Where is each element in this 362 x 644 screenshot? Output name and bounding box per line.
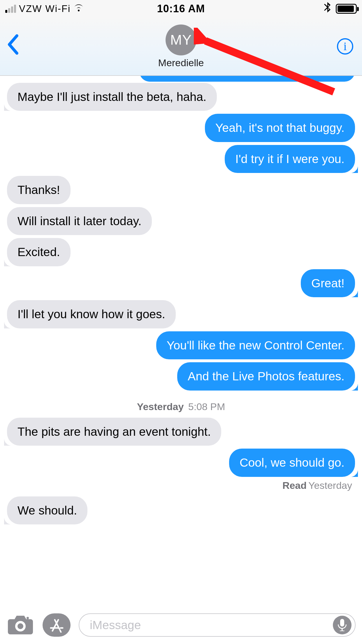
carrier-label: VZW Wi-Fi	[19, 3, 71, 14]
message-bubble-incoming[interactable]: The pits are having an event tonight.	[7, 418, 221, 446]
status-left: VZW Wi-Fi	[5, 3, 84, 14]
message-bubble-outgoing[interactable]: Yeah, it's not that buggy.	[205, 114, 355, 142]
avatar: MY	[166, 24, 196, 55]
message-row-incoming: Excited.	[7, 238, 355, 266]
read-receipt: ReadYesterday	[7, 480, 352, 491]
timestamp-divider: Yesterday 5:08 PM	[7, 401, 355, 412]
message-row-incoming: The pits are having an event tonight.	[7, 418, 355, 446]
contact-header[interactable]: MY Meredielle	[158, 24, 204, 69]
message-placeholder: iMessage	[90, 618, 333, 632]
back-button[interactable]	[6, 34, 19, 59]
timestamp-time: 5:08 PM	[188, 401, 225, 412]
message-row-outgoing: Great!	[7, 269, 355, 297]
bluetooth-icon	[324, 2, 331, 15]
message-bubble-incoming[interactable]: Will install it later today.	[7, 207, 152, 235]
message-row-incoming: Maybe I'll just install the beta, haha.	[7, 83, 355, 111]
compose-bar: iMessage	[0, 606, 362, 644]
message-bubble-outgoing[interactable]: You'll like the new Control Center.	[156, 331, 355, 359]
message-row-outgoing: You'll like the new Control Center.	[7, 331, 355, 359]
info-button[interactable]: i	[337, 38, 353, 55]
message-bubble-incoming[interactable]: I'll let you know how it goes.	[7, 300, 176, 328]
battery-icon	[336, 4, 357, 14]
message-row-incoming: I'll let you know how it goes.	[7, 300, 355, 328]
message-bubble-incoming[interactable]: Excited.	[7, 238, 71, 266]
message-bubble-incoming[interactable]: Thanks!	[7, 176, 71, 204]
message-row-outgoing: I'd try it if I were you.	[7, 145, 355, 173]
message-input[interactable]: iMessage	[79, 613, 356, 637]
message-bubble-incoming[interactable]: We should.	[7, 496, 87, 524]
app-store-button[interactable]	[43, 613, 71, 637]
wifi-icon	[73, 4, 84, 14]
message-row-incoming: Will install it later today.	[7, 207, 355, 235]
message-bubble-outgoing[interactable]: Great!	[301, 269, 355, 297]
message-bubble-outgoing[interactable]: I'd try it if I were you.	[225, 145, 355, 173]
message-row-outgoing: And the Live Photos features.	[7, 362, 355, 390]
cell-signal-icon	[5, 5, 16, 13]
message-bubble-outgoing[interactable]: And the Live Photos features.	[177, 362, 355, 390]
message-bubble-outgoing[interactable]: Cool, we should go.	[229, 449, 355, 477]
message-row-outgoing: Yeah, it's not that buggy.	[7, 114, 355, 142]
receipt-when: Yesterday	[308, 480, 352, 491]
timestamp-day: Yesterday	[137, 401, 184, 412]
message-row-incoming: Thanks!	[7, 176, 355, 204]
camera-button[interactable]	[6, 613, 34, 637]
message-bubble-incoming[interactable]: Maybe I'll just install the beta, haha.	[7, 83, 217, 111]
message-bubble-outgoing[interactable]	[139, 76, 355, 82]
contact-name: Meredielle	[158, 57, 204, 69]
message-row-outgoing: Cool, we should go.	[7, 449, 355, 477]
svg-line-5	[60, 630, 61, 632]
nav-header: MY Meredielle i	[0, 18, 362, 76]
receipt-state: Read	[282, 480, 307, 491]
status-right	[324, 2, 357, 15]
message-thread[interactable]: Maybe I'll just install the beta, haha.Y…	[0, 76, 362, 606]
status-time: 10:16 AM	[157, 3, 205, 15]
message-row-incoming: We should.	[7, 496, 355, 524]
status-bar: VZW Wi-Fi 10:16 AM	[0, 0, 362, 18]
microphone-button[interactable]	[333, 616, 352, 634]
